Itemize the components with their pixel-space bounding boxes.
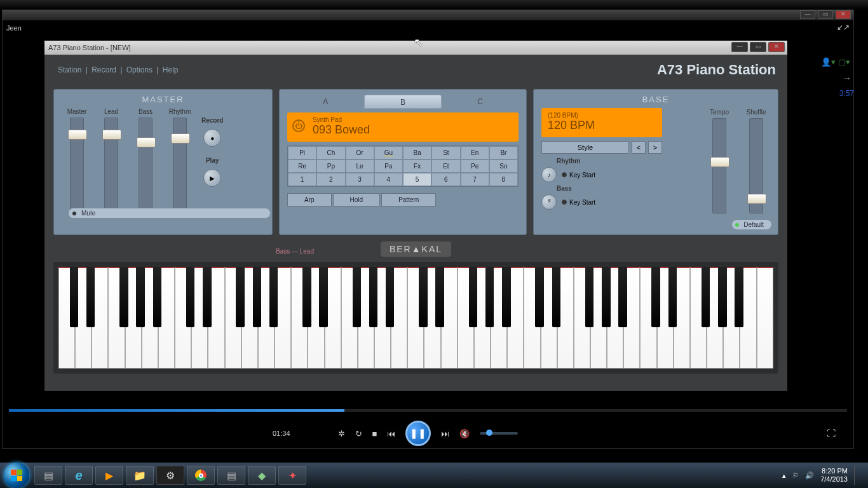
inst-cell-6[interactable]: 6 bbox=[431, 173, 460, 186]
inst-cell-8[interactable]: 8 bbox=[489, 173, 518, 186]
taskbar-app-7[interactable]: ▤ bbox=[217, 466, 245, 485]
style-button[interactable]: Style bbox=[541, 141, 629, 154]
show-desktop-button[interactable] bbox=[854, 466, 860, 485]
black-key[interactable] bbox=[369, 267, 378, 327]
black-key[interactable] bbox=[702, 267, 710, 327]
black-key[interactable] bbox=[353, 267, 362, 327]
taskbar-app-5[interactable]: ⚙ bbox=[156, 466, 184, 485]
mode-arp-button[interactable]: Arp bbox=[287, 193, 332, 207]
black-key[interactable] bbox=[502, 267, 511, 327]
taskbar-explorer-icon[interactable]: 📁 bbox=[126, 466, 154, 485]
wmp-close-button[interactable]: ✕ bbox=[836, 10, 851, 19]
piano-titlebar[interactable]: A73 Piano Station - [NEW] — ▭ ✕ bbox=[44, 41, 787, 55]
black-key[interactable] bbox=[253, 267, 262, 327]
inst-cell-4[interactable]: 4 bbox=[374, 173, 403, 186]
black-key[interactable] bbox=[602, 267, 611, 327]
black-key[interactable] bbox=[119, 267, 128, 327]
black-key[interactable] bbox=[651, 267, 660, 327]
black-key[interactable] bbox=[435, 267, 444, 327]
inst-cell-Fx[interactable]: Fx bbox=[403, 159, 431, 173]
wmp-shuffle-icon[interactable]: ✲ bbox=[338, 429, 345, 438]
inst-cell-Ba[interactable]: Ba bbox=[403, 146, 431, 159]
inst-cell-So[interactable]: So bbox=[489, 159, 518, 173]
mode-pattern-button[interactable]: Pattern bbox=[381, 193, 436, 207]
black-key[interactable] bbox=[485, 267, 494, 327]
inst-cell-2[interactable]: 2 bbox=[316, 173, 345, 186]
slider-tempo-track[interactable] bbox=[712, 118, 726, 214]
piano-close-button[interactable]: ✕ bbox=[768, 42, 785, 52]
black-key[interactable] bbox=[153, 267, 162, 327]
record-button[interactable]: ● bbox=[203, 129, 221, 147]
inst-cell-Et[interactable]: Et bbox=[431, 159, 460, 173]
play-button[interactable]: ▶ bbox=[203, 169, 221, 187]
wmp-minimize-button[interactable]: — bbox=[800, 10, 815, 19]
slider-shuffle-track[interactable] bbox=[749, 118, 763, 214]
taskbar-chrome-icon[interactable] bbox=[187, 466, 215, 485]
slider-lead-track[interactable] bbox=[104, 118, 118, 213]
inst-cell-5[interactable]: 5 bbox=[403, 173, 431, 186]
style-prev-button[interactable]: < bbox=[632, 141, 646, 154]
inst-cell-Re[interactable]: Re bbox=[288, 159, 316, 173]
wmp-volume-slider[interactable] bbox=[480, 432, 518, 435]
bpm-display[interactable]: (120 BPM) 120 BPM bbox=[541, 108, 662, 137]
wmp-progress-bar[interactable] bbox=[9, 409, 847, 412]
piano-minimize-button[interactable]: — bbox=[731, 42, 748, 52]
menu-options[interactable]: Options bbox=[125, 65, 154, 74]
wmp-repeat-icon[interactable]: ↻ bbox=[355, 429, 362, 438]
menu-record[interactable]: Record bbox=[90, 65, 118, 74]
piano-maximize-button[interactable]: ▭ bbox=[750, 42, 766, 52]
tray-flag-icon[interactable]: ⚐ bbox=[792, 471, 799, 480]
menu-help[interactable]: Help bbox=[161, 65, 180, 74]
tray-volume-icon[interactable]: 🔊 bbox=[805, 471, 814, 480]
black-key[interactable] bbox=[203, 267, 212, 327]
black-key[interactable] bbox=[302, 267, 311, 327]
wmp-mute-icon[interactable]: 🔇 bbox=[459, 429, 470, 438]
black-key[interactable] bbox=[419, 267, 428, 327]
inst-cell-Pp[interactable]: Pp bbox=[316, 159, 345, 173]
black-key[interactable] bbox=[718, 267, 727, 327]
power-icon[interactable]: ⏻ bbox=[292, 119, 305, 132]
slider-shuffle-thumb[interactable] bbox=[747, 194, 766, 204]
black-key[interactable] bbox=[535, 267, 544, 327]
black-key[interactable] bbox=[735, 267, 743, 327]
menu-station[interactable]: Station bbox=[56, 65, 83, 74]
inst-cell-1[interactable]: 1 bbox=[288, 173, 316, 186]
inst-cell-Pi[interactable]: Pi bbox=[288, 146, 316, 159]
inst-cell-7[interactable]: 7 bbox=[461, 173, 489, 186]
taskbar-app-1[interactable]: ▤ bbox=[34, 466, 62, 485]
black-key[interactable] bbox=[86, 267, 95, 327]
black-key[interactable] bbox=[70, 267, 79, 327]
wmp-fullscreen-icon[interactable]: ⛶ bbox=[827, 428, 836, 438]
patch-display[interactable]: ⏻ Synth Pad 093 Bowed bbox=[287, 112, 519, 142]
inst-cell-3[interactable]: 3 bbox=[346, 173, 374, 186]
sidebar-arrow-icon[interactable]: → bbox=[843, 73, 851, 83]
black-key[interactable] bbox=[469, 267, 478, 327]
black-key[interactable] bbox=[585, 267, 594, 327]
white-key[interactable] bbox=[757, 267, 773, 369]
inst-cell-Br[interactable]: Br bbox=[489, 146, 518, 159]
slider-bass-track[interactable] bbox=[139, 118, 153, 213]
taskbar-app-9[interactable]: ✦ bbox=[278, 466, 306, 485]
wmp-stop-icon[interactable]: ■ bbox=[372, 429, 377, 438]
start-button[interactable] bbox=[4, 463, 29, 488]
bass-play-button[interactable]: 𝄢 bbox=[541, 194, 557, 210]
inst-cell-Pa[interactable]: Pa bbox=[374, 159, 403, 173]
wmp-next-icon[interactable]: ⏭ bbox=[441, 429, 449, 438]
slider-lead-thumb[interactable] bbox=[102, 130, 121, 140]
inst-cell-Or[interactable]: Or bbox=[346, 146, 374, 159]
tab-B[interactable]: B bbox=[364, 95, 442, 109]
black-key[interactable] bbox=[186, 267, 195, 327]
taskbar-ie-icon[interactable]: e bbox=[65, 466, 93, 485]
black-key[interactable] bbox=[269, 267, 278, 327]
taskbar-app-8[interactable]: ◆ bbox=[248, 466, 276, 485]
black-key[interactable] bbox=[668, 267, 677, 327]
slider-rhythm-track[interactable] bbox=[173, 118, 187, 213]
black-key[interactable] bbox=[386, 267, 395, 327]
black-key[interactable] bbox=[319, 267, 328, 327]
slider-rhythm-thumb[interactable] bbox=[171, 133, 190, 144]
default-chip[interactable]: Default bbox=[732, 220, 771, 229]
bass-keystart[interactable]: Key Start bbox=[562, 199, 595, 206]
wmp-pause-button[interactable]: ❚❚ bbox=[405, 421, 431, 446]
slider-bass-thumb[interactable] bbox=[137, 137, 156, 147]
slider-master-track[interactable] bbox=[70, 118, 84, 213]
